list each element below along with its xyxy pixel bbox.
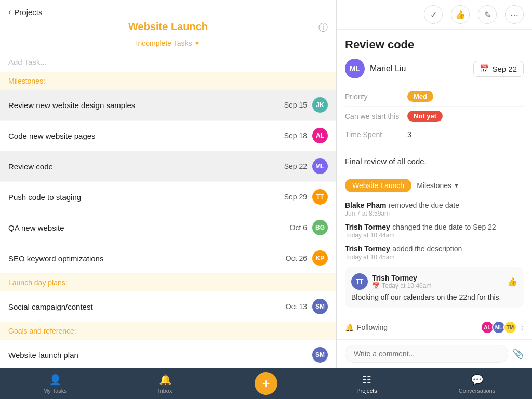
bell-icon: 🔔 [159,374,172,386]
task-description: Final review of all code. [345,151,524,172]
due-date-box[interactable]: 📅 Sep 22 [473,61,524,77]
detail-fields: Priority Med Can we start this Not yet T… [345,87,524,143]
activity-log: Blake Pham removed the due date Jun 7 at… [345,201,524,261]
left-panel: ‹ Projects Website Launch ⓘ Incomplete T… [0,0,337,368]
filter-row: Incomplete Tasks ▼ [8,36,328,52]
back-label: Projects [14,8,42,17]
task-row[interactable]: Social campaign/contest Oct 13 SM [0,291,336,322]
activity-item: Trish Tormey changed the due date to Sep… [345,222,524,239]
task-row[interactable]: Push code to staging Sep 29 TT [0,182,336,212]
chat-icon: 💬 [471,374,484,386]
comment-input[interactable] [345,345,508,363]
milestone-chevron-icon: ▼ [454,182,459,189]
grid-icon: ☷ [362,374,371,386]
task-detail: Review code ML Mariel Liu 📅 Sep 22 Prior… [337,30,532,315]
priority-badge: Med [407,91,433,102]
section-milestones-label: Milestones: [8,77,45,85]
comment-text: Blocking off our calendars on the 22nd f… [351,293,517,301]
left-header: ‹ Projects Website Launch ⓘ Incomplete T… [0,0,336,52]
right-panel: ✓ 👍 ✎ ⋯ Review code ML Mariel Liu 📅 Sep … [337,0,532,368]
like-button[interactable]: 👍 [451,5,470,24]
section-goals: Goals and reference: [0,322,336,340]
can-start-badge: Not yet [407,111,443,122]
section-launch-day: Launch day plans: [0,274,336,291]
following-chevron-icon[interactable]: 〉 [521,323,524,332]
following-row: 🔔 Following AL ML TM 〉 [337,315,532,339]
section-goals-label: Goals and reference: [8,327,76,335]
right-toolbar: ✓ 👍 ✎ ⋯ [337,0,532,30]
assignee-avatar: ML [345,59,365,78]
comment-username: Trish Tormey [372,274,431,282]
time-spent-value: 3 [407,130,411,139]
edit-button[interactable]: ✎ [478,5,497,24]
task-row[interactable]: Review code Sep 22 ML [0,151,336,182]
project-title-row: Website Launch ⓘ [8,19,328,36]
task-detail-title: Review code [345,38,524,51]
back-chevron-icon: ‹ [8,7,11,17]
task-row[interactable]: Code new website pages Sep 18 AL [0,121,336,151]
comment-like-button[interactable]: 👍 [507,277,517,287]
avatar: ML [312,158,328,174]
comment-time: 📅 Today at 10:46am [372,282,431,289]
field-priority: Priority Med [345,87,524,107]
follower-avatar: TM [503,321,517,334]
person-icon: 👤 [49,374,62,386]
more-button[interactable]: ⋯ [505,5,524,24]
assignee-info: ML Mariel Liu [345,59,406,78]
task-row[interactable]: Review new website design samples Sep 15… [0,90,336,121]
project-title: Website Launch [128,21,208,33]
comment-block: TT Trish Tormey 📅 Today at 10:46am 👍 Blo… [345,267,524,308]
info-icon[interactable]: ⓘ [318,21,328,34]
comment-header: TT Trish Tormey 📅 Today at 10:46am 👍 [351,273,517,290]
comment-avatar: TT [351,273,368,290]
activity-item: Blake Pham removed the due date Jun 7 at… [345,201,524,217]
nav-conversations[interactable]: 💬 Conversations [456,374,498,394]
avatar: JK [312,97,328,113]
assignee-row: ML Mariel Liu 📅 Sep 22 [345,59,524,78]
nav-inbox[interactable]: 🔔 Inbox [144,374,186,394]
nav-add-button[interactable]: + [255,372,277,395]
avatar: KP [312,250,328,266]
follower-avatars: AL ML TM [483,321,517,334]
due-date-text: Sep 22 [492,64,517,73]
milestone-tag[interactable]: Milestones ▼ [417,181,459,190]
attachment-icon[interactable]: 📎 [512,348,524,360]
project-tag-row: Website Launch Milestones ▼ [345,179,524,192]
bottom-nav: 👤 My Tasks 🔔 Inbox + ☷ Projects 💬 Conver… [0,368,532,399]
filter-label: Incomplete Tasks [136,39,192,47]
section-launch-day-label: Launch day plans: [8,278,68,287]
task-row[interactable]: QA new website Oct 6 BG [0,212,336,243]
filter-chevron-icon: ▼ [194,39,201,47]
task-list: Milestones: Review new website design sa… [0,72,336,368]
add-task-field[interactable]: Add Task... [0,52,336,72]
nav-projects[interactable]: ☷ Projects [346,374,388,394]
task-row[interactable]: SEO keyword optimizations Oct 26 KP [0,243,336,274]
bell-icon: 🔔 [345,323,354,331]
avatar: TT [312,189,328,205]
complete-button[interactable]: ✓ [424,5,443,24]
avatar: BG [312,220,328,235]
field-time-spent: Time Spent 3 [345,126,524,143]
calendar-icon: 📅 [480,64,489,73]
avatar: SM [312,299,328,314]
nav-my-tasks[interactable]: 👤 My Tasks [34,374,76,394]
section-milestones: Milestones: [0,72,336,90]
avatar: SM [312,347,328,363]
filter-button[interactable]: Incomplete Tasks ▼ [136,39,201,47]
following-label: Following [357,323,388,331]
project-tag[interactable]: Website Launch [345,179,411,192]
field-can-start: Can we start this Not yet [345,107,524,126]
avatar: AL [312,128,328,143]
back-button[interactable]: ‹ Projects [8,7,328,17]
task-row[interactable]: Website launch plan SM [0,340,336,368]
assignee-name: Mariel Liu [370,64,406,73]
comment-input-row: 📎 [337,339,532,368]
activity-item: Trish Tormey added the description Today… [345,244,524,261]
